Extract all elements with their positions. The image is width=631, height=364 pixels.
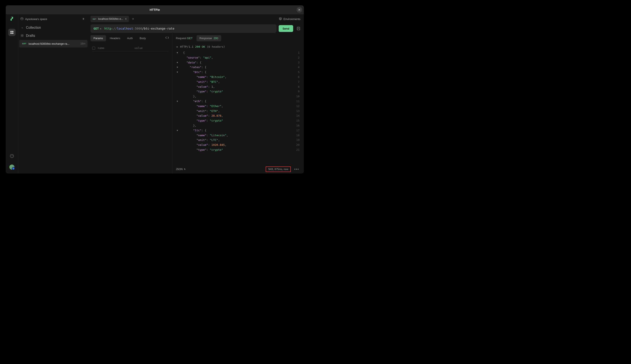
param-value[interactable]: value bbox=[134, 46, 168, 50]
json-line: "unit": "LTC",19 bbox=[177, 138, 300, 142]
sidebar-collection[interactable]: + Collection bbox=[18, 24, 88, 32]
json-line: "name": "Bitcoin",6 bbox=[177, 75, 300, 80]
svg-rect-7 bbox=[22, 34, 24, 35]
expand-icon[interactable]: ▶ bbox=[177, 46, 178, 48]
sidebar-header: Ayooluwa's space + bbox=[18, 14, 88, 24]
line-number: 5 bbox=[290, 70, 300, 75]
json-line: ▼ "rates": {4 bbox=[177, 65, 300, 70]
svg-rect-9 bbox=[22, 36, 24, 37]
format-select[interactable]: JSON ⇅ bbox=[176, 168, 186, 171]
httpie-logo-icon bbox=[10, 17, 14, 22]
environments-label: Environments bbox=[284, 18, 300, 21]
line-number: 17 bbox=[290, 128, 300, 133]
json-line: ▼{1 bbox=[177, 50, 300, 55]
json-view[interactable]: ▼{1 "source": "api",2▼ "data": {3▼ "rate… bbox=[172, 50, 304, 165]
param-row[interactable]: name value bbox=[92, 45, 168, 51]
line-number: 21 bbox=[290, 148, 300, 152]
line-number: 11 bbox=[290, 99, 300, 104]
line-number: 7 bbox=[290, 80, 300, 84]
help-icon[interactable]: ? bbox=[9, 154, 14, 158]
request-label[interactable]: Request GET bbox=[176, 36, 193, 40]
sidebar-drafts[interactable]: Drafts bbox=[18, 32, 88, 40]
svg-rect-8 bbox=[21, 36, 22, 37]
fold-icon[interactable]: ▼ bbox=[177, 65, 183, 70]
code-icon[interactable] bbox=[164, 35, 170, 41]
app-window: HTTPie ✕ ? Ayooluwa's space + bbox=[6, 5, 304, 174]
line-number: 8 bbox=[290, 84, 300, 90]
response-pill[interactable]: Response 200 bbox=[196, 35, 221, 41]
json-line: "value": 1020.845,20 bbox=[177, 142, 300, 148]
tab-text: localhost:5000/btc-e... bbox=[98, 18, 123, 20]
line-number: 18 bbox=[290, 133, 300, 138]
left-rail: ? bbox=[6, 14, 18, 174]
draft-time: 16m bbox=[80, 42, 85, 45]
svg-rect-3 bbox=[12, 32, 14, 34]
line-number: 4 bbox=[290, 65, 300, 70]
panels: Params Headers Auth Body name va bbox=[88, 34, 304, 174]
send-button[interactable]: Send bbox=[279, 25, 293, 32]
draft-item[interactable]: GET localhost:5000/btc-exchange-ra... 16… bbox=[19, 40, 88, 48]
status-row[interactable]: ▶ HTTP/1.1 200 OK (6 headers) bbox=[172, 43, 304, 50]
close-tab-icon[interactable]: ✕ bbox=[125, 18, 127, 20]
line-number: 19 bbox=[290, 138, 300, 142]
response-panel: Request GET Response 200 ▶ HTTP/1.1 bbox=[172, 34, 304, 174]
tabbar: GET localhost:5000/btc-e... ✕ + Environm… bbox=[88, 14, 304, 24]
param-checkbox[interactable] bbox=[92, 46, 95, 50]
json-line: "name": "Litecoin",18 bbox=[177, 133, 300, 138]
json-line: ▼ "btc": {5 bbox=[177, 70, 300, 75]
close-icon[interactable]: ✕ bbox=[296, 7, 302, 12]
request-tab[interactable]: GET localhost:5000/btc-e... ✕ bbox=[90, 16, 129, 22]
json-line: "type": "crypto"21 bbox=[177, 148, 300, 152]
fold-icon[interactable]: ▼ bbox=[177, 128, 183, 133]
collections-icon[interactable] bbox=[8, 29, 16, 36]
url-bar[interactable]: GET ⇅ http://localhost:5000/btc-exchange… bbox=[90, 24, 276, 33]
user-avatar[interactable] bbox=[9, 164, 14, 170]
svg-rect-11 bbox=[298, 27, 299, 28]
environments-button[interactable]: Environments bbox=[278, 17, 302, 21]
plus-icon: + bbox=[20, 26, 24, 30]
json-line: "value": 1,8 bbox=[177, 84, 300, 90]
svg-rect-2 bbox=[10, 32, 12, 34]
response-header: Request GET Response 200 bbox=[172, 34, 304, 43]
new-space-icon[interactable]: + bbox=[80, 16, 86, 22]
app-title: HTTPie bbox=[150, 8, 160, 12]
method-select[interactable]: GET ⇅ bbox=[94, 27, 101, 30]
params-body: name value bbox=[88, 43, 172, 174]
tab-auth[interactable]: Auth bbox=[124, 35, 136, 41]
drafts-icon bbox=[20, 34, 24, 38]
json-line: "source": "api",2 bbox=[177, 55, 300, 60]
fold-icon[interactable]: ▼ bbox=[177, 60, 183, 65]
more-icon[interactable]: ••• bbox=[293, 166, 300, 172]
json-line: },10 bbox=[177, 94, 300, 99]
save-icon[interactable] bbox=[295, 25, 302, 32]
url-row: GET ⇅ http://localhost:5000/btc-exchange… bbox=[88, 24, 304, 34]
response-footer: JSON ⇅ 5KB, 875ms, now ••• bbox=[172, 165, 304, 174]
line-number: 9 bbox=[290, 89, 300, 94]
line-number: 10 bbox=[290, 94, 300, 99]
url-input[interactable]: http://localhost:5000/btc-exchange-rate bbox=[104, 27, 174, 30]
line-number: 3 bbox=[290, 60, 300, 65]
line-number: 6 bbox=[290, 75, 300, 80]
fold-icon[interactable]: ▼ bbox=[177, 50, 183, 55]
tab-params[interactable]: Params bbox=[90, 35, 106, 41]
json-line: ▼ "eth": {11 bbox=[177, 99, 300, 104]
space-name[interactable]: Ayooluwa's space bbox=[25, 18, 79, 21]
response-stats: 5KB, 875ms, now bbox=[266, 166, 291, 172]
json-line: "name": "Ether",12 bbox=[177, 104, 300, 109]
draft-text: localhost:5000/btc-exchange-ra... bbox=[28, 42, 78, 45]
json-line: "type": "crypto"15 bbox=[177, 118, 300, 123]
fold-icon[interactable]: ▼ bbox=[177, 99, 183, 104]
fold-icon[interactable]: ▼ bbox=[177, 70, 183, 75]
tab-headers[interactable]: Headers bbox=[107, 35, 123, 41]
param-name[interactable]: name bbox=[98, 46, 132, 50]
svg-rect-0 bbox=[10, 31, 12, 32]
line-number: 2 bbox=[290, 55, 300, 60]
tab-method: GET bbox=[92, 18, 96, 20]
space-icon bbox=[20, 17, 24, 21]
main: GET localhost:5000/btc-e... ✕ + Environm… bbox=[88, 14, 304, 174]
tab-body[interactable]: Body bbox=[137, 35, 149, 41]
line-number: 20 bbox=[290, 142, 300, 148]
new-tab-icon[interactable]: + bbox=[131, 16, 135, 22]
json-line: "value": 28.876,14 bbox=[177, 114, 300, 118]
json-line: "unit": "ETH",13 bbox=[177, 109, 300, 114]
